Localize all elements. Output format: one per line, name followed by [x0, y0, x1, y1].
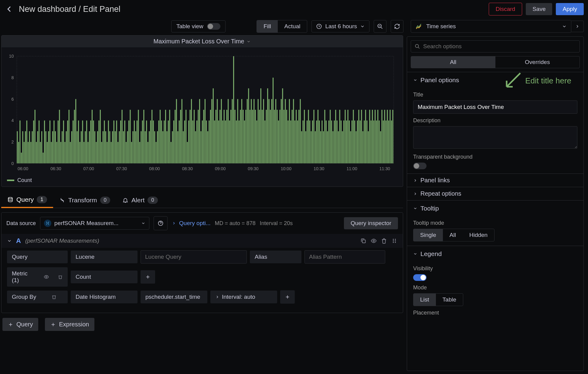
alias-input[interactable] — [304, 250, 385, 264]
fill-button[interactable]: Fill — [257, 20, 277, 32]
svg-rect-209 — [289, 99, 290, 163]
save-button[interactable]: Save — [526, 3, 552, 15]
toggle-query-visibility-button[interactable] — [371, 238, 377, 244]
eye-icon — [371, 238, 377, 244]
datasource-help-button[interactable] — [154, 216, 168, 230]
svg-rect-178 — [247, 99, 248, 163]
apply-button[interactable]: Apply — [556, 3, 584, 15]
remove-query-button[interactable] — [381, 238, 387, 244]
options-search-input[interactable] — [423, 43, 576, 50]
table-view-toggle[interactable]: Table view — [171, 20, 226, 32]
svg-rect-111 — [156, 142, 157, 163]
radio-table[interactable]: Table — [436, 294, 463, 306]
legend-label: Count — [17, 177, 32, 184]
collapse-options-button[interactable] — [571, 21, 584, 32]
chart-canvas[interactable]: 024681006:0006:3007:0007:3008:0008:3009:… — [5, 50, 397, 175]
panel-links-row[interactable]: Panel links — [407, 174, 583, 187]
refresh-button[interactable] — [391, 20, 403, 33]
add-expression-button[interactable]: Expression — [45, 318, 94, 331]
chevron-down-icon[interactable] — [7, 238, 12, 243]
eye-icon[interactable] — [44, 274, 49, 280]
discard-button[interactable]: Discard — [489, 3, 522, 15]
trash-icon[interactable] — [51, 294, 57, 300]
svg-rect-75 — [107, 142, 107, 163]
svg-rect-228 — [315, 131, 316, 163]
svg-rect-277 — [382, 110, 382, 163]
svg-rect-9 — [17, 131, 18, 163]
svg-rect-180 — [250, 110, 250, 163]
add-metric-button[interactable] — [141, 270, 155, 284]
transparent-bg-toggle[interactable] — [413, 163, 427, 169]
visualization-picker[interactable]: Time series — [411, 20, 571, 33]
back-arrow-icon[interactable] — [4, 4, 14, 14]
panel-title-input[interactable] — [413, 100, 577, 114]
trash-icon[interactable] — [58, 274, 63, 280]
svg-point-301 — [373, 240, 375, 242]
svg-rect-155 — [216, 110, 216, 163]
svg-rect-273 — [376, 120, 377, 163]
svg-rect-185 — [256, 120, 257, 163]
bell-icon — [122, 197, 128, 203]
edit-title-annotation: Edit title here — [502, 70, 571, 91]
radio-single[interactable]: Single — [413, 229, 443, 241]
radio-hidden[interactable]: Hidden — [463, 229, 494, 241]
svg-text:08:30: 08:30 — [182, 166, 193, 171]
tooltip-header[interactable]: Tooltip — [413, 205, 577, 212]
drag-handle[interactable] — [391, 238, 397, 244]
groupby-interval-toggle[interactable]: Interval: auto — [210, 291, 277, 303]
table-view-switch[interactable] — [207, 23, 220, 30]
lucene-query-input[interactable] — [141, 250, 247, 264]
tab-alert-label: Alert — [131, 197, 144, 204]
svg-rect-122 — [171, 142, 172, 163]
panel-description-input[interactable] — [413, 126, 577, 149]
tab-query[interactable]: Query 1 — [1, 192, 53, 208]
svg-text:4: 4 — [11, 118, 14, 123]
tab-transform[interactable]: Transform 0 — [53, 192, 116, 208]
query-type-select[interactable]: Lucene — [71, 251, 138, 263]
time-range-label: Last 6 hours — [325, 23, 357, 30]
time-range-picker[interactable]: Last 6 hours — [311, 20, 369, 32]
tab-overrides[interactable]: Overrides — [495, 56, 580, 68]
svg-rect-150 — [209, 120, 209, 163]
svg-rect-101 — [142, 120, 143, 163]
svg-rect-142 — [198, 110, 199, 163]
repeat-options-row[interactable]: Repeat options — [407, 187, 583, 200]
svg-rect-300 — [362, 240, 365, 243]
query-ref-id[interactable]: A — [16, 237, 21, 245]
svg-rect-265 — [365, 110, 366, 163]
svg-rect-130 — [182, 99, 182, 163]
svg-rect-104 — [146, 120, 147, 163]
radio-all[interactable]: All — [443, 229, 463, 241]
svg-rect-98 — [138, 110, 139, 163]
svg-rect-120 — [168, 120, 169, 163]
svg-rect-279 — [384, 110, 385, 163]
svg-rect-183 — [253, 99, 254, 163]
tab-all[interactable]: All — [411, 56, 495, 68]
radio-list[interactable]: List — [413, 294, 436, 306]
zoom-out-button[interactable] — [374, 20, 386, 33]
options-search[interactable] — [411, 40, 580, 52]
svg-rect-78 — [111, 142, 112, 163]
bottom-tabs: Query 1 Transform 0 Alert 0 — [1, 192, 403, 208]
svg-rect-165 — [229, 120, 230, 163]
query-inspector-button[interactable]: Query inspector — [344, 217, 398, 229]
groupby-field-select[interactable]: pscheduler.start_time — [141, 291, 207, 303]
tab-alert[interactable]: Alert 0 — [116, 192, 164, 208]
duplicate-query-button[interactable] — [360, 238, 366, 244]
add-query-button[interactable]: Query — [2, 318, 38, 331]
svg-rect-57 — [82, 120, 83, 163]
datasource-select[interactable]: perfSONAR Measurem... — [40, 217, 149, 230]
legend-visibility-toggle[interactable] — [413, 274, 427, 281]
svg-rect-89 — [126, 142, 127, 163]
svg-rect-86 — [121, 110, 122, 163]
add-groupby-button[interactable] — [280, 290, 295, 304]
groupby-type-select[interactable]: Date Histogram — [71, 291, 138, 303]
legend-header[interactable]: Legend — [413, 250, 577, 258]
svg-rect-36 — [53, 120, 54, 163]
svg-point-306 — [393, 242, 394, 243]
actual-button[interactable]: Actual — [278, 20, 307, 32]
panel-title-bar[interactable]: Maximum Packet Loss Over Time — [2, 35, 403, 47]
metric-type-select[interactable]: Count — [71, 271, 138, 283]
query-options-toggle[interactable]: Query opti... — [172, 220, 211, 227]
svg-rect-156 — [217, 99, 218, 163]
